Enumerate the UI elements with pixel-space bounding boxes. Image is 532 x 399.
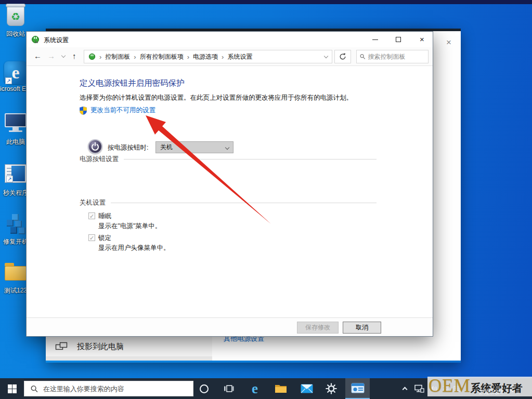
network-tray-button[interactable]	[412, 378, 426, 399]
address-dropdown-icon[interactable]	[324, 54, 328, 58]
page-title: 定义电源按钮并启用密码保护	[80, 78, 185, 89]
taskbar-edge-button[interactable]: e	[244, 378, 265, 399]
cortana-button[interactable]	[194, 378, 213, 399]
window-footer: 保存修改 取消	[27, 317, 433, 336]
titlebar[interactable]: 系统设置 ×	[27, 32, 433, 47]
gear-icon	[326, 383, 337, 394]
back-button[interactable]: ←	[34, 51, 42, 60]
minimize-icon	[372, 39, 378, 40]
chevron-down-icon	[225, 145, 229, 149]
desktop-icon-test-folder[interactable]: 测试123	[2, 263, 29, 281]
window-accent-line	[46, 361, 461, 363]
change-unavailable-settings-link[interactable]: 更改当前不可用的设置	[80, 106, 155, 115]
screen: ♻ 回收站 e ↗ Microsoft Edge 此电脑 ↗ 秒关程序	[0, 0, 532, 399]
desktop-icon-this-pc[interactable]: 此电脑	[2, 112, 29, 132]
sleep-checkbox-label: 睡眠	[98, 212, 111, 221]
tray-clock-date[interactable]: 2020/3/4	[479, 389, 503, 396]
minimize-button[interactable]	[364, 32, 387, 47]
desktop-icon-repair-boot[interactable]: 修复开机	[2, 212, 29, 236]
sidebar-item-project-to-pc[interactable]: 投影到此电脑	[46, 337, 212, 356]
task-view-icon	[224, 384, 234, 393]
power-action-value: 关机	[160, 143, 173, 152]
window-title: 系统设置	[44, 36, 69, 45]
power-plug-icon	[88, 53, 96, 60]
taskbar-searchbox[interactable]	[24, 381, 193, 396]
save-changes-button: 保存修改	[297, 322, 339, 334]
lock-checkbox[interactable]: ✓	[88, 234, 95, 241]
edge-icon: e ↗	[4, 61, 27, 84]
tray-show-hidden-button[interactable]	[398, 378, 411, 399]
section-power-button-settings: 电源按钮设置	[80, 155, 377, 164]
desktop-icon-quick-shutdown[interactable]: ↗ 秒关程序	[2, 163, 29, 183]
search-icon	[31, 385, 38, 393]
folder-icon	[2, 263, 29, 281]
recycle-bin-icon: ♻	[7, 5, 24, 26]
sleep-checkbox[interactable]: ✓	[88, 212, 95, 219]
watermark-brand: OEM	[429, 377, 471, 395]
uac-shield-icon	[80, 107, 87, 115]
task-view-button[interactable]	[218, 378, 239, 399]
maximize-button[interactable]	[387, 32, 410, 47]
uac-link-label: 更改当前不可用的设置	[90, 106, 155, 115]
desktop-icon-edge[interactable]: e ↗ Microsoft Edge	[2, 61, 29, 84]
search-input[interactable]	[368, 53, 425, 60]
registry-cubes-icon	[4, 212, 28, 236]
breadcrumb-all-items[interactable]: 所有控制面板项	[140, 52, 184, 61]
section-divider	[111, 203, 377, 203]
breadcrumb-separator-icon: ›	[187, 53, 189, 61]
settings-button[interactable]	[321, 378, 342, 399]
power-button-icon	[88, 139, 102, 154]
close-button[interactable]: ×	[410, 32, 434, 47]
control-panel-window-icon	[351, 383, 365, 393]
close-icon: ×	[420, 35, 424, 44]
breadcrumb-separator-icon: ›	[222, 53, 224, 61]
shortcut-arrow-icon: ↗	[5, 77, 12, 84]
breadcrumb-control-panel[interactable]: 控制面板	[105, 52, 130, 61]
file-explorer-icon	[275, 383, 287, 394]
refresh-icon	[339, 53, 346, 60]
history-dropdown-icon[interactable]	[61, 54, 66, 58]
navigation-bar: ← → ↑ › 控制面板 › 所有控制面板项 › 电源选项 › 系统设置	[27, 47, 433, 66]
breadcrumb-power-options[interactable]: 电源选项	[193, 52, 218, 61]
breadcrumb-separator-icon: ›	[134, 53, 136, 61]
section-divider	[124, 159, 377, 159]
mail-icon	[301, 384, 313, 393]
shortcut-arrow-icon: ↗	[6, 176, 13, 182]
breadcrumb[interactable]: › 控制面板 › 所有控制面板项 › 电源选项 › 系统设置	[84, 50, 332, 63]
breadcrumb-system-settings[interactable]: 系统设置	[227, 52, 252, 61]
file-explorer-button[interactable]	[270, 378, 291, 399]
forward-button[interactable]: →	[47, 51, 55, 60]
recycle-glyph-icon: ♻	[7, 10, 24, 23]
sleep-checkbox-description: 显示在"电源"菜单中。	[98, 222, 161, 231]
control-panel-searchbox[interactable]	[356, 50, 429, 63]
cortana-icon	[200, 384, 209, 393]
taskbar-search-input[interactable]	[43, 385, 187, 393]
power-action-label: 按电源按钮时:	[108, 143, 148, 152]
up-button[interactable]: ↑	[72, 51, 76, 60]
check-icon: ✓	[89, 235, 94, 241]
chevron-up-icon	[402, 387, 407, 392]
sidebar-item-label: 投影到此电脑	[77, 342, 124, 352]
project-monitors-icon	[55, 341, 68, 352]
page-description: 选择要为你的计算机设置的电源设置。在此页上对设置所做的更改将应用于你所有的电源计…	[80, 94, 353, 102]
app-window-icon: ↗	[5, 164, 27, 183]
desktop-icon-recycle-bin[interactable]: ♻ 回收站	[2, 4, 29, 26]
start-button[interactable]	[0, 378, 24, 399]
background-close-button[interactable]: ×	[441, 36, 457, 49]
search-icon	[360, 54, 366, 60]
network-pc-icon	[414, 384, 424, 393]
check-icon: ✓	[89, 213, 94, 219]
breadcrumb-separator-icon: ›	[99, 53, 101, 61]
cancel-button[interactable]: 取消	[343, 322, 381, 334]
page-content: 定义电源按钮并启用密码保护 选择要为你的计算机设置的电源设置。在此页上对设置所做…	[27, 66, 433, 317]
lock-checkbox-description: 显示在用户头像菜单中。	[98, 244, 170, 252]
maximize-icon	[396, 37, 401, 42]
refresh-button[interactable]	[334, 50, 351, 63]
active-control-panel-button[interactable]	[345, 378, 370, 399]
power-action-select[interactable]: 关机	[155, 141, 233, 153]
desktop-top-band	[0, 0, 532, 4]
power-plug-icon	[31, 35, 40, 45]
mail-button[interactable]	[296, 378, 317, 399]
this-pc-icon	[2, 113, 29, 132]
lock-checkbox-label: 锁定	[98, 234, 111, 243]
